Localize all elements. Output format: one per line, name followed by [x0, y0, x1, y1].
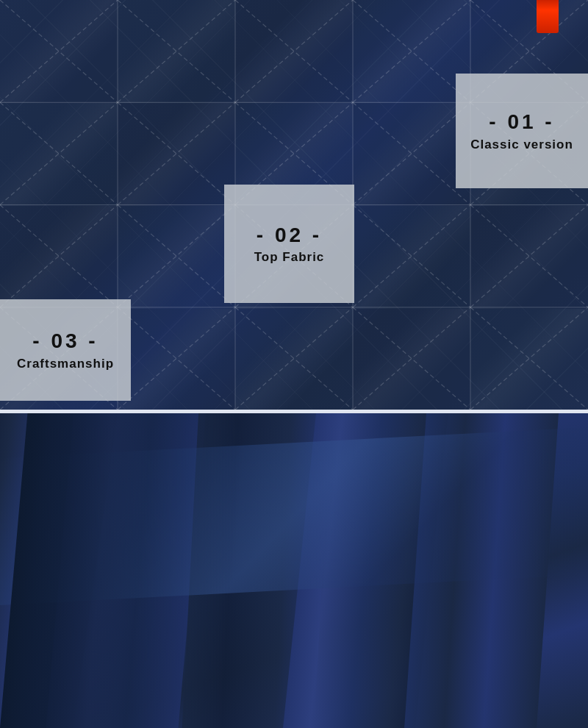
- page-wrapper: - 01 - Classic version - 02 - Top Fabric…: [0, 0, 588, 728]
- grid-cell: [0, 206, 118, 309]
- grid-cell: [118, 206, 235, 309]
- grid-cell: [353, 103, 470, 206]
- grid-cell: [470, 206, 588, 309]
- grid-cell: [235, 309, 353, 410]
- bottom-fabric-section: [0, 413, 588, 728]
- grid-cell: [235, 0, 353, 103]
- grid-cell: [353, 0, 470, 103]
- label-03-box: - 03 - Craftsmanship: [0, 299, 131, 401]
- grid-section: - 01 - Classic version - 02 - Top Fabric…: [0, 0, 588, 410]
- grid-cell: [118, 103, 235, 206]
- grid-cell: [118, 0, 235, 103]
- grid-cell: [118, 309, 235, 410]
- grid-cell: [470, 309, 588, 410]
- label-02-text: Top Fabric: [254, 250, 325, 265]
- zipper-accent: [537, 0, 559, 33]
- grid-cell: [353, 206, 470, 309]
- label-02-number: - 02 -: [257, 223, 322, 248]
- grid-cell: [353, 309, 470, 410]
- fabric-shadow: [0, 413, 248, 728]
- label-01-number: - 01 -: [489, 110, 554, 135]
- section-separator: [0, 410, 588, 413]
- label-03-number: - 03 -: [32, 329, 98, 354]
- label-03-text: Craftsmanship: [17, 357, 114, 371]
- label-01-box: - 01 - Classic version: [456, 74, 588, 188]
- grid-cell: [0, 0, 118, 103]
- label-02-box: - 02 - Top Fabric: [224, 185, 354, 303]
- grid-cell: [0, 103, 118, 206]
- label-01-text: Classic version: [470, 138, 573, 152]
